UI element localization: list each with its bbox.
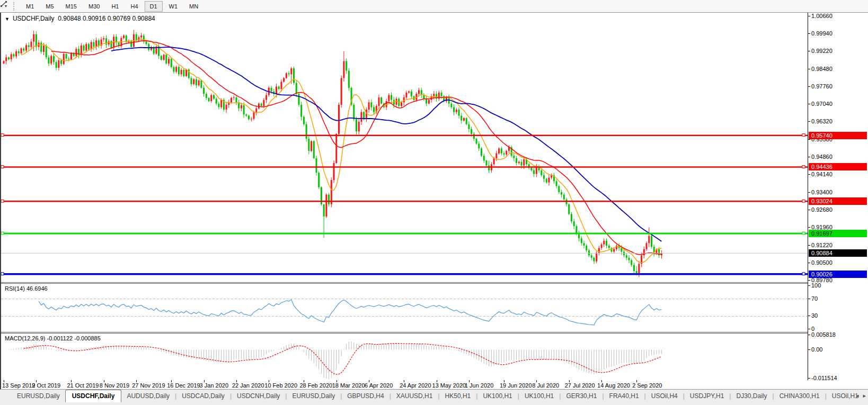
rsi-chart[interactable] xyxy=(1,284,808,332)
date-axis: 13 Sep 20192 Oct 201921 Oct 20198 Nov 20… xyxy=(1,380,808,389)
tab-uk100-h1[interactable]: UK100,H1 xyxy=(519,390,559,401)
tab-usdjpy-h1[interactable]: USDJPY,H1 xyxy=(685,390,729,401)
date-label: 10 Feb 2020 xyxy=(264,382,297,389)
macd-chart[interactable] xyxy=(1,334,808,380)
timeframe-m30[interactable]: M30 xyxy=(83,1,105,12)
ohlc-values: 0.90848 0.90916 0.90769 0.90884 xyxy=(58,15,155,22)
price-tick-label: 0.97760 xyxy=(811,83,832,90)
date-label: 24 Apr 2020 xyxy=(400,382,431,389)
price-tick-label: 0.97040 xyxy=(811,100,832,107)
date-label: 3 Jan 2020 xyxy=(200,382,228,389)
price-line-badge: 0.90026 xyxy=(809,271,867,278)
timeframe-h1[interactable]: H1 xyxy=(106,1,124,12)
date-label: 8 Nov 2019 xyxy=(100,382,129,389)
date-label: 13 Sep 2019 xyxy=(2,382,35,389)
tab-eurusd-daily[interactable]: EURUSD,Daily xyxy=(287,390,340,401)
price-line-badge: 0.91697 xyxy=(809,230,867,237)
tab-fra40-h1[interactable]: FRA40,H1 xyxy=(604,390,644,401)
tab-usdcnh-daily[interactable]: USDCNH,Daily xyxy=(232,390,285,401)
price-tick-label: 0.92680 xyxy=(811,206,832,213)
date-label: 22 Jan 2020 xyxy=(232,382,264,389)
tab-audusd-daily[interactable]: AUDUSD,Daily xyxy=(121,390,175,401)
date-label: 13 May 2020 xyxy=(432,382,466,389)
macd-tick-label: -0.011514 xyxy=(811,374,837,382)
date-label: 27 Nov 2019 xyxy=(132,382,165,389)
tab-gbpusd-h4[interactable]: GBPUSD,H4 xyxy=(342,390,389,401)
timeframe-m1[interactable]: M1 xyxy=(21,1,39,12)
macd-panel[interactable]: MACD(12,26,9) -0.001122 -0.000885 xyxy=(1,333,808,381)
price-tick-label: 0.99220 xyxy=(811,47,832,55)
macd-label: MACD(12,26,9) -0.001122 -0.000885 xyxy=(5,335,101,341)
trendline-tool-icon xyxy=(0,0,8,8)
date-label: 14 Aug 2020 xyxy=(597,382,630,389)
chart-title: ▼USDCHF,Daily 0.90848 0.90916 0.90769 0.… xyxy=(5,15,155,22)
rsi-tick-label: 100 xyxy=(811,282,821,289)
tab-usdcad-daily[interactable]: USDCAD,Daily xyxy=(176,390,230,401)
rsi-tick-label: 30 xyxy=(811,312,818,319)
rsi-panel[interactable]: RSI(14) 46.6946 xyxy=(1,283,808,332)
date-label: 27 Jul 2020 xyxy=(565,382,595,389)
price-line-badge: 0.93024 xyxy=(809,197,867,205)
tab-hk50-h1[interactable]: HK50,H1 xyxy=(440,390,476,401)
date-label: 18 Mar 2020 xyxy=(332,382,365,389)
tab-scroll-left-icon[interactable]: ◂ xyxy=(856,392,859,399)
price-line-badge: 0.94436 xyxy=(809,163,867,170)
price-tick-label: 0.93400 xyxy=(811,188,832,196)
rsi-tick-label: 70 xyxy=(811,295,818,302)
timeframe-w1[interactable]: W1 xyxy=(164,1,183,12)
chart-window: ▼USDCHF,Daily 0.90848 0.90916 0.90769 0.… xyxy=(0,13,868,389)
price-tick-label: 0.96320 xyxy=(811,118,832,125)
top-toolbar: ▾ M1M5M15M30H1H4D1W1MN xyxy=(0,0,868,13)
toolbar-grip[interactable] xyxy=(13,2,17,11)
timeframe-h4[interactable]: H4 xyxy=(125,1,143,12)
tab-ger30-h1[interactable]: GER30,H1 xyxy=(561,390,602,401)
price-tick-label: 0.99940 xyxy=(811,30,832,37)
symbol-period-label: USDCHF,Daily xyxy=(13,15,55,22)
date-label: 6 Apr 2020 xyxy=(365,382,393,389)
tab-scroll-right-icon[interactable]: ▸ xyxy=(863,392,866,399)
date-label: 28 Feb 2020 xyxy=(299,382,332,389)
symbol-tab-bar: EURUSD,DailyUSDCHF,DailyAUDUSD,Daily|USD… xyxy=(0,389,868,405)
date-label: 2 Sep 2020 xyxy=(632,382,662,389)
price-tick-label: 0.98480 xyxy=(811,65,832,73)
price-chart-panel[interactable]: ▼USDCHF,Daily 0.90848 0.90916 0.90769 0.… xyxy=(1,13,808,283)
price-tick-label: 0.91220 xyxy=(811,241,832,249)
tab-usdchf-daily[interactable]: USDCHF,Daily xyxy=(65,390,122,402)
price-tick-label: 0.90500 xyxy=(811,259,832,266)
timeframe-mn[interactable]: MN xyxy=(184,1,203,12)
price-axis: 1.006600.999400.992200.984800.977600.970… xyxy=(808,13,868,380)
macd-tick-label: 0.00 xyxy=(811,346,822,353)
date-label: 2 Oct 2019 xyxy=(32,382,60,389)
symbol-dropdown-icon[interactable]: ▼ xyxy=(5,16,10,22)
date-label: 1 Jun 2020 xyxy=(465,382,493,389)
macd-tick-label: 0.005818 xyxy=(811,331,836,338)
tab-uk100-h1[interactable]: UK100,H1 xyxy=(477,390,517,401)
tab-usoil-h4[interactable]: USOil,H4 xyxy=(646,390,683,401)
timeframe-buttons: M1M5M15M30H1H4D1W1MN xyxy=(20,0,204,12)
date-label: 16 Dec 2019 xyxy=(167,382,200,389)
candlestick-chart[interactable] xyxy=(1,13,808,282)
tab-dj30-daily[interactable]: DJ30,Daily xyxy=(731,390,772,401)
price-line-badge: 0.95740 xyxy=(809,132,867,139)
date-label: 8 Jul 2020 xyxy=(532,382,559,389)
date-label: 21 Oct 2019 xyxy=(67,382,99,389)
tab-eurusd-daily[interactable]: EURUSD,Daily xyxy=(12,390,65,401)
price-line-badge: 0.90884 xyxy=(809,249,867,257)
timeframe-d1[interactable]: D1 xyxy=(145,1,163,12)
line-studies-button[interactable]: ▾ xyxy=(0,4,10,8)
tab-scroll-buttons: ◂ ▸ xyxy=(856,392,866,399)
price-tick-label: 1.00660 xyxy=(811,12,832,20)
price-tick-label: 0.94140 xyxy=(811,170,832,178)
date-label: 19 Jun 2020 xyxy=(500,382,532,389)
timeframe-m5[interactable]: M5 xyxy=(40,1,59,12)
timeframe-m15[interactable]: M15 xyxy=(60,1,82,12)
tab-china300-h1[interactable]: CHINA300,H1 xyxy=(774,390,825,401)
rsi-label: RSI(14) 46.6946 xyxy=(5,285,48,292)
price-tick-label: 0.94860 xyxy=(811,153,832,160)
tab-xauusd-h1[interactable]: XAUUSD,H1 xyxy=(391,390,438,401)
